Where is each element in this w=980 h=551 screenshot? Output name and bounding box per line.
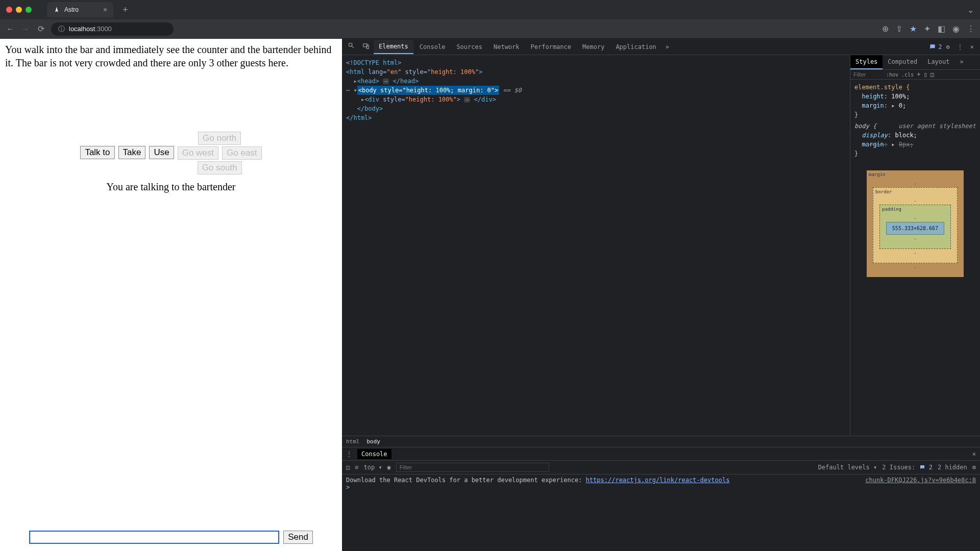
more-tabs-icon[interactable]: » — [663, 41, 672, 53]
console-toolbar: ◫ ⊘ top ▾ ◉ Default levels ▾ 2 Issues: 2… — [342, 460, 980, 474]
hov-toggle[interactable]: :hov — [886, 72, 898, 78]
go-north-button[interactable]: Go north — [198, 132, 241, 145]
astro-favicon-icon — [53, 6, 60, 13]
console-message: Download the React DevTools for a better… — [346, 477, 586, 484]
browser-tab[interactable]: Astro × — [47, 2, 113, 17]
status-text: You are talking to the bartender — [5, 180, 337, 193]
devtools-kebab-icon[interactable]: ⋮ — [954, 41, 966, 53]
styles-tab[interactable]: Styles — [850, 55, 883, 69]
page-viewport: You walk into the bar and immediately se… — [0, 39, 342, 551]
url-rest: :3000 — [95, 25, 112, 33]
cls-toggle[interactable]: .cls — [901, 72, 914, 78]
profile-icon[interactable]: ◉ — [952, 24, 960, 34]
window-close-icon[interactable] — [6, 7, 12, 13]
devtools-settings-icon[interactable]: ⚙ — [943, 41, 953, 53]
new-tab-button[interactable]: + — [122, 5, 128, 15]
devtools-tabbar: Elements Console Sources Network Perform… — [342, 39, 980, 55]
tab-sources[interactable]: Sources — [451, 40, 487, 54]
device-toolbar-icon[interactable] — [359, 40, 373, 53]
styles-pane: Styles Computed Layout » :hov .cls + ▯ ◫ — [850, 55, 980, 436]
console-filter-input[interactable] — [396, 463, 549, 472]
share-icon[interactable]: ⇪ — [896, 24, 902, 34]
tab-performance[interactable]: Performance — [526, 40, 576, 54]
dom-tree[interactable]: <!DOCTYPE html> <html lang="en" style="h… — [342, 55, 850, 436]
issues-badge[interactable]: 2 — [929, 43, 942, 51]
use-button[interactable]: Use — [149, 146, 174, 159]
tab-list-chevron-icon[interactable]: ⌄ — [967, 5, 974, 15]
chat-bar: Send — [0, 531, 342, 544]
go-east-button[interactable]: Go east — [222, 146, 262, 160]
console-output[interactable]: chunk-DFKQJ226.js?v=9e6b4e8c:8 Download … — [342, 474, 980, 551]
styles-more-icon[interactable]: ▯ — [923, 71, 927, 78]
console-live-icon[interactable]: ◉ — [387, 464, 391, 471]
console-link[interactable]: https://reactjs.org/link/react-devtools — [586, 477, 730, 484]
forward-button[interactable]: → — [20, 24, 31, 34]
narrative-text: You walk into the bar and immediately se… — [5, 43, 337, 69]
reload-button[interactable]: ⟳ — [36, 24, 46, 34]
bookmark-star-icon[interactable]: ★ — [910, 24, 917, 34]
tab-elements[interactable]: Elements — [374, 40, 413, 54]
console-sidebar-icon[interactable]: ◫ — [346, 464, 350, 471]
layout-tab[interactable]: Layout — [922, 55, 954, 69]
chat-input[interactable] — [29, 531, 279, 544]
new-style-rule-icon[interactable]: + — [917, 71, 920, 78]
dom-breadcrumb[interactable]: html body — [342, 436, 980, 447]
tab-console[interactable]: Console — [414, 40, 451, 54]
sidepanel-icon[interactable]: ◧ — [938, 24, 945, 34]
console-clear-icon[interactable]: ⊘ — [355, 464, 358, 471]
window-titlebar: Astro × + ⌄ — [0, 0, 980, 19]
console-issues-link[interactable]: 2 Issues: 2 — [882, 464, 933, 471]
styles-filter-input[interactable] — [852, 71, 883, 78]
devtools-panel: Elements Console Sources Network Perform… — [342, 39, 980, 551]
talk-to-button[interactable]: Talk to — [80, 146, 114, 159]
console-drawer-menu-icon[interactable]: ⋮ — [346, 450, 352, 458]
box-model-size: 555.333×628.667 — [886, 222, 944, 235]
box-model[interactable]: margin - border - padding - 555.333×628.… — [867, 170, 964, 277]
tab-memory[interactable]: Memory — [577, 40, 609, 54]
window-minimize-icon[interactable] — [16, 7, 22, 13]
tab-title: Astro — [64, 6, 79, 13]
go-west-button[interactable]: Go west — [178, 146, 218, 160]
console-prompt-caret-icon: > — [346, 484, 350, 491]
tab-network[interactable]: Network — [488, 40, 525, 54]
console-source-link[interactable]: chunk-DFKQJ226.js?v=9e6b4e8c:8 — [865, 477, 976, 484]
window-zoom-icon[interactable] — [26, 7, 32, 13]
tab-close-icon[interactable]: × — [103, 6, 107, 14]
console-levels-select[interactable]: Default levels ▾ — [818, 464, 877, 471]
back-button[interactable]: ← — [5, 24, 15, 34]
console-settings-icon[interactable]: ⚙ — [972, 464, 976, 471]
site-info-icon[interactable]: ⓘ — [58, 24, 65, 34]
zoom-icon[interactable]: ⊕ — [882, 24, 889, 34]
console-context-select[interactable]: top ▾ — [363, 464, 382, 471]
send-button[interactable]: Send — [283, 531, 313, 544]
console-hidden-count[interactable]: 2 hidden — [938, 464, 967, 471]
console-drawer-title[interactable]: Console — [357, 449, 391, 459]
styles-pane-icon[interactable]: ◫ — [930, 71, 934, 78]
breadcrumb-body[interactable]: body — [367, 438, 381, 445]
devtools-close-icon[interactable]: × — [967, 41, 977, 53]
inspect-element-icon[interactable] — [345, 40, 358, 53]
window-traffic-lights — [6, 7, 32, 13]
browser-toolbar: ← → ⟳ ⓘ localhost:3000 ⊕ ⇪ ★ ✦ ◧ ◉ ⋮ — [0, 19, 980, 39]
kebab-menu-icon[interactable]: ⋮ — [967, 24, 975, 34]
address-bar[interactable]: ⓘ localhost:3000 — [51, 22, 174, 36]
console-drawer-close-icon[interactable]: × — [972, 450, 976, 458]
computed-tab[interactable]: Computed — [883, 55, 922, 69]
console-drawer-header: ⋮ Console × — [342, 447, 980, 460]
tab-application[interactable]: Application — [610, 40, 661, 54]
go-south-button[interactable]: Go south — [198, 161, 242, 174]
take-button[interactable]: Take — [118, 146, 146, 159]
extensions-icon[interactable]: ✦ — [924, 24, 930, 34]
style-rules[interactable]: element.style { height: 100%; margin: ▸ … — [850, 80, 980, 280]
more-styles-tabs-icon[interactable]: » — [955, 55, 969, 69]
breadcrumb-html[interactable]: html — [346, 438, 360, 445]
url-host: localhost — [69, 25, 95, 33]
